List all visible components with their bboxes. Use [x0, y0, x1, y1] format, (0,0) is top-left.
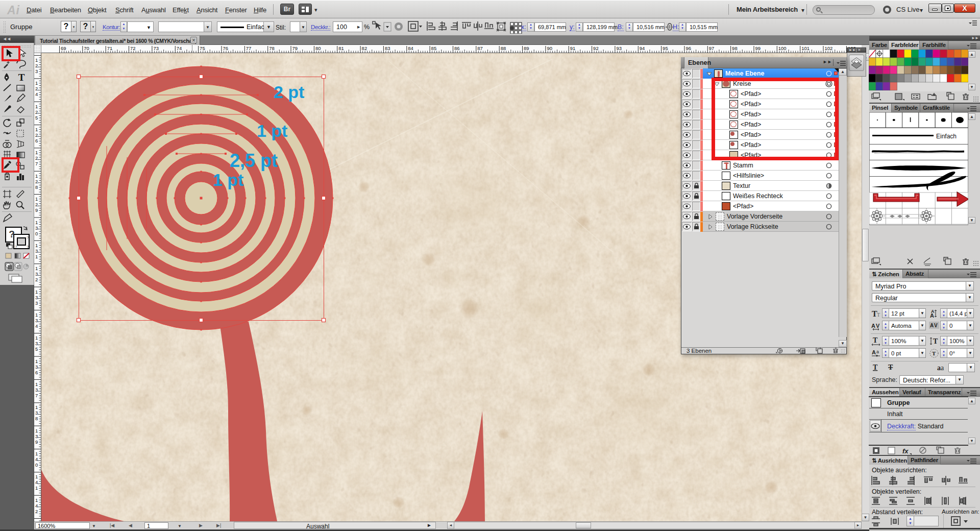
svg-text:T: T [873, 336, 878, 344]
svg-text:1 pt: 1 pt [257, 121, 287, 140]
svg-text:fx: fx [902, 447, 909, 455]
svg-text:3: 3 [35, 295, 38, 300]
svg-text:93: 93 [616, 45, 622, 51]
svg-text:1: 1 [35, 104, 38, 109]
svg-text:3: 3 [35, 433, 38, 439]
svg-text:97: 97 [709, 45, 715, 51]
svg-text:V: V [934, 323, 938, 328]
svg-text:2: 2 [35, 202, 38, 207]
svg-text:73: 73 [153, 45, 159, 51]
svg-text:2 pt: 2 pt [274, 82, 304, 102]
svg-text:2,5 pt: 2,5 pt [230, 150, 278, 171]
svg-text:1: 1 [35, 404, 38, 410]
svg-text:3: 3 [35, 318, 38, 323]
svg-text:89: 89 [524, 45, 529, 51]
svg-text:0: 0 [35, 462, 38, 468]
svg-text:80: 80 [315, 45, 321, 51]
svg-text:87: 87 [477, 45, 483, 51]
svg-text:1: 1 [35, 451, 38, 456]
svg-text:84: 84 [408, 45, 413, 51]
svg-text:1: 1 [35, 173, 38, 179]
svg-text:7: 7 [35, 161, 38, 166]
svg-text:1 pt: 1 pt [213, 170, 243, 189]
svg-text:3: 3 [35, 300, 38, 306]
svg-text:6: 6 [35, 138, 38, 143]
svg-text:2: 2 [35, 86, 38, 91]
svg-text:101: 101 [801, 45, 810, 51]
svg-text:Einfach: Einfach [936, 133, 957, 140]
svg-text:7: 7 [35, 393, 38, 398]
svg-text:81: 81 [338, 45, 344, 51]
svg-text:1: 1 [35, 80, 38, 86]
svg-text:91: 91 [570, 45, 576, 51]
svg-text:A: A [930, 312, 934, 319]
svg-text:A: A [871, 323, 875, 329]
svg-text:8: 8 [35, 184, 38, 190]
svg-text:9: 9 [35, 207, 38, 213]
svg-text:76: 76 [223, 45, 229, 51]
svg-text:3: 3 [35, 271, 38, 277]
svg-text:2: 2 [35, 277, 38, 282]
svg-text:98: 98 [732, 45, 738, 51]
svg-text:71: 71 [107, 45, 113, 51]
svg-text:1: 1 [35, 243, 38, 248]
svg-text:?: ? [27, 245, 29, 249]
svg-text:T: T [933, 337, 938, 345]
svg-text:94: 94 [640, 45, 645, 51]
svg-text:A: A [872, 349, 876, 355]
svg-text:3: 3 [35, 341, 38, 346]
svg-text:3: 3 [35, 225, 38, 231]
svg-text:A: A [930, 323, 934, 328]
svg-text:102: 102 [825, 45, 833, 51]
svg-text:1: 1 [35, 150, 38, 155]
svg-text:1: 1 [35, 127, 38, 132]
svg-text:82: 82 [362, 45, 368, 51]
svg-text:T: T [932, 350, 936, 356]
svg-text:6: 6 [35, 370, 38, 375]
svg-text:4: 4 [35, 91, 38, 97]
svg-text:100: 100 [778, 45, 787, 51]
svg-text:92: 92 [593, 45, 599, 51]
svg-text:4: 4 [35, 503, 38, 509]
svg-text:79: 79 [292, 45, 298, 51]
svg-text:70: 70 [84, 45, 89, 51]
svg-text:69: 69 [61, 45, 66, 51]
svg-text:8: 8 [35, 416, 38, 421]
svg-text:1: 1 [35, 196, 38, 202]
svg-text:5: 5 [35, 115, 38, 120]
svg-text:5: 5 [35, 346, 38, 352]
svg-text:75: 75 [200, 45, 205, 51]
svg-text:78: 78 [269, 45, 275, 51]
svg-text:0: 0 [35, 231, 38, 236]
svg-text:2: 2 [35, 509, 38, 514]
svg-text:3: 3 [35, 68, 38, 74]
svg-text:2: 2 [35, 132, 38, 138]
svg-text:1: 1 [35, 312, 38, 318]
svg-text:1: 1 [35, 497, 38, 503]
svg-text:1: 1 [35, 254, 38, 259]
svg-text:T: T [873, 364, 878, 371]
svg-text:9: 9 [35, 439, 38, 445]
svg-text:74: 74 [177, 45, 182, 51]
svg-text:3: 3 [35, 387, 38, 393]
svg-text:95: 95 [663, 45, 668, 51]
svg-text:2: 2 [35, 179, 38, 184]
svg-text:1: 1 [35, 485, 38, 491]
svg-text:88: 88 [501, 45, 506, 51]
svg-text:72: 72 [130, 45, 136, 51]
svg-text:1: 1 [35, 266, 38, 271]
svg-text:86: 86 [454, 45, 460, 51]
svg-text:4: 4 [35, 456, 38, 462]
svg-text:1: 1 [35, 335, 38, 341]
svg-text:1: 1 [35, 358, 38, 364]
svg-text:85: 85 [431, 45, 437, 51]
svg-text:T: T [877, 312, 880, 318]
svg-text:?: ? [27, 235, 29, 240]
svg-text:2: 2 [35, 155, 38, 161]
svg-text:83: 83 [385, 45, 390, 51]
svg-text:a: a [876, 349, 879, 354]
svg-text:1: 1 [35, 289, 38, 295]
svg-text:77: 77 [246, 45, 252, 51]
svg-text:2: 2 [35, 109, 38, 115]
svg-text:T: T [888, 364, 893, 371]
